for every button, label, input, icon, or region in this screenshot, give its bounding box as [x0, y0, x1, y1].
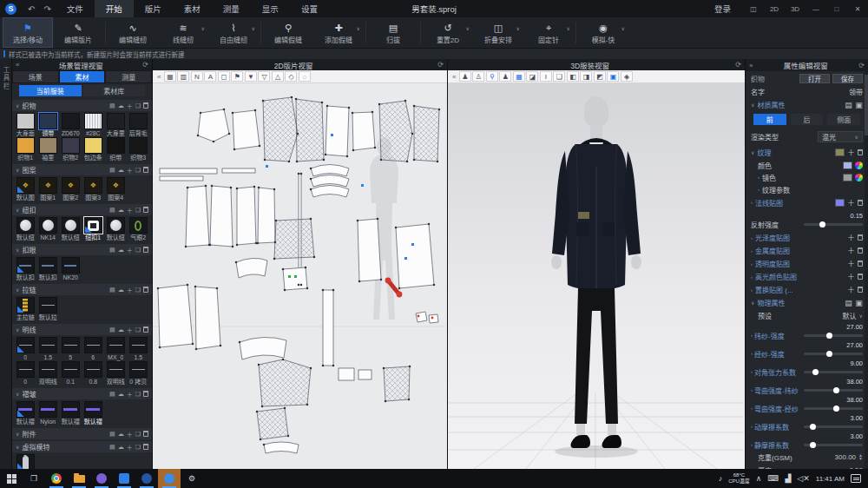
ribbon-编辑假缝-button[interactable]: ⚲编辑假缝 — [263, 17, 313, 48]
item-1.5[interactable]: 1.5 — [37, 337, 59, 361]
item-默认扣[interactable]: 默认扣 — [15, 257, 36, 281]
hand-icon[interactable]: ◪ — [526, 71, 538, 82]
ghost-avatar-icon[interactable]: ♙ — [472, 71, 484, 82]
layers-icon[interactable]: ❏ — [553, 71, 565, 82]
folder-icon[interactable]: ▤ — [109, 326, 115, 333]
add-icon[interactable]: ＋ — [127, 166, 133, 175]
add-icon[interactable]: ＋ — [127, 206, 133, 214]
folder-icon[interactable]: ▤ — [109, 207, 115, 214]
expand-arrow-icon[interactable]: › — [751, 406, 753, 411]
fabric-drape-icon[interactable]: ◧ — [567, 71, 579, 82]
cloud-icon[interactable]: ☁ — [118, 207, 124, 214]
chrome-app[interactable] — [45, 469, 68, 488]
collapse-arrow-icon[interactable]: ∨ — [16, 431, 19, 437]
copy-icon[interactable]: ❏ — [135, 207, 141, 214]
item-图案3[interactable]: ❖图案3 — [82, 177, 104, 201]
copy-icon[interactable]: ❏ — [135, 431, 141, 438]
trash-icon[interactable] — [143, 247, 148, 253]
texture-swatch[interactable] — [835, 148, 845, 156]
hanger-icon[interactable]: ◇ — [285, 71, 297, 82]
expand-arrow-icon[interactable]: › — [751, 442, 753, 447]
item-0[interactable]: 0 — [15, 361, 36, 386]
slider-track[interactable] — [804, 389, 863, 392]
copy-icon[interactable]: ❏ — [135, 391, 141, 398]
dropdown-caret-icon[interactable]: ∨ — [201, 25, 205, 31]
cloud-icon[interactable]: ☁ — [118, 247, 124, 254]
clip-icon[interactable]: △ — [272, 71, 284, 82]
trash-icon[interactable] — [143, 444, 148, 450]
expand-arrow-icon[interactable]: › — [751, 274, 753, 280]
volume-muted-icon[interactable]: ◁✕ — [797, 474, 809, 483]
section-header-纽扣[interactable]: ∨纽扣▤☁＋❏ — [12, 204, 152, 215]
ribbon-添加假缝-button[interactable]: ✚添加假缝∨ — [313, 17, 364, 48]
material-section-label[interactable]: 材质属性 — [757, 100, 785, 109]
refresh-icon[interactable]: ⟳ — [855, 62, 868, 69]
item-默认图[interactable]: ❖默认图 — [15, 177, 36, 201]
basket-icon[interactable]: ◌ — [299, 71, 311, 82]
notch-icon[interactable]: N — [191, 71, 203, 82]
collapse-panel-icon[interactable]: « — [12, 61, 23, 69]
cube-icon[interactable]: ▦ — [513, 71, 525, 82]
item-0.1[interactable]: 0.1 — [60, 361, 82, 386]
item-图案4[interactable]: ❖图案4 — [105, 177, 127, 201]
item-袖里[interactable]: 袖里 — [37, 137, 59, 162]
add-icon[interactable]: ＋ — [127, 102, 133, 110]
avatar-pose-icon[interactable]: ♟ — [499, 71, 511, 82]
collapse-left-icon[interactable]: « — [450, 73, 457, 81]
left-vertical-tab[interactable]: 工具栏 — [0, 59, 12, 469]
folder-icon[interactable]: ▤ — [109, 287, 115, 293]
normal-map-label[interactable]: 法线贴图 — [755, 198, 783, 208]
subtab-当前服装[interactable]: 当前服装 — [19, 85, 82, 96]
folder-icon[interactable]: ▤ — [109, 391, 115, 398]
slider-thumb[interactable] — [833, 406, 839, 412]
view-3d-button[interactable]: 3D — [785, 0, 806, 17]
ribbon-编辑版片-button[interactable]: ✎编辑版片 — [53, 17, 103, 48]
add-icon[interactable]: ＋ — [847, 271, 855, 282]
item-包边条[interactable]: 包边条 — [82, 137, 104, 162]
texture-section-label[interactable]: 纹理 — [757, 148, 771, 157]
refresh-icon[interactable]: ⟳ — [139, 61, 152, 69]
item-默认纽[interactable]: 默认纽 — [105, 217, 127, 241]
item-默认褶[interactable]: 默认褶 — [60, 401, 82, 425]
trash-icon[interactable] — [858, 200, 863, 206]
slider-track[interactable] — [804, 444, 863, 446]
folder-icon[interactable]: ▤ — [845, 299, 852, 307]
trash-icon[interactable] — [858, 260, 863, 267]
cloud-icon[interactable]: ☁ — [118, 326, 124, 333]
props-scrollbar[interactable] — [865, 71, 868, 469]
dropdown-caret-icon[interactable]: ∨ — [567, 25, 570, 31]
trash-icon[interactable] — [858, 247, 863, 254]
collapse-arrow-icon[interactable]: ∨ — [16, 207, 19, 213]
cloud-icon[interactable]: ☁ — [118, 102, 124, 109]
fabric-press-icon[interactable]: ◩ — [594, 71, 606, 82]
purple-app[interactable] — [90, 469, 113, 488]
gsm-spinner[interactable]: ▲▼ — [858, 453, 863, 460]
folder-icon[interactable]: ▤ — [109, 102, 115, 109]
layout-windows-button[interactable]: ◫ — [743, 0, 764, 17]
gsm-value[interactable]: 300.00 — [835, 453, 856, 461]
item-织物3[interactable]: 织物3 — [128, 137, 149, 162]
item-默认纽[interactable]: 默认纽 — [60, 217, 82, 241]
explorer-app[interactable] — [68, 469, 90, 488]
expand-arrow-icon[interactable]: › — [751, 424, 753, 429]
item-领带[interactable]: 领带 — [37, 113, 59, 137]
tab-素材[interactable]: 素材 — [60, 71, 105, 82]
collapse-left-icon[interactable]: « — [155, 73, 162, 81]
item-NK14[interactable]: NK14 — [37, 217, 59, 241]
style3d-app[interactable] — [158, 469, 181, 488]
undo-button[interactable]: ↶ — [23, 4, 39, 14]
add-icon[interactable]: ＋ — [127, 390, 133, 399]
folder-icon[interactable]: ▤ — [109, 167, 115, 174]
map-label[interactable]: 透明度贴图 — [755, 259, 790, 268]
tab-场景[interactable]: 场景 — [13, 71, 58, 82]
add-icon[interactable]: ＋ — [847, 197, 855, 208]
item-0[interactable]: 0 — [15, 337, 36, 361]
refresh-icon[interactable]: ⟳ — [732, 61, 745, 69]
item-默认拉[interactable]: 默认拉 — [37, 297, 59, 321]
mannequin-icon[interactable]: I — [540, 71, 552, 82]
slider-track[interactable] — [804, 353, 863, 355]
expand-arrow-icon[interactable]: › — [751, 369, 753, 374]
item-双明线[interactable]: 双明线 — [105, 361, 127, 386]
window-icon[interactable]: ▣ — [607, 71, 619, 82]
item-双明线[interactable]: 双明线 — [37, 361, 59, 386]
